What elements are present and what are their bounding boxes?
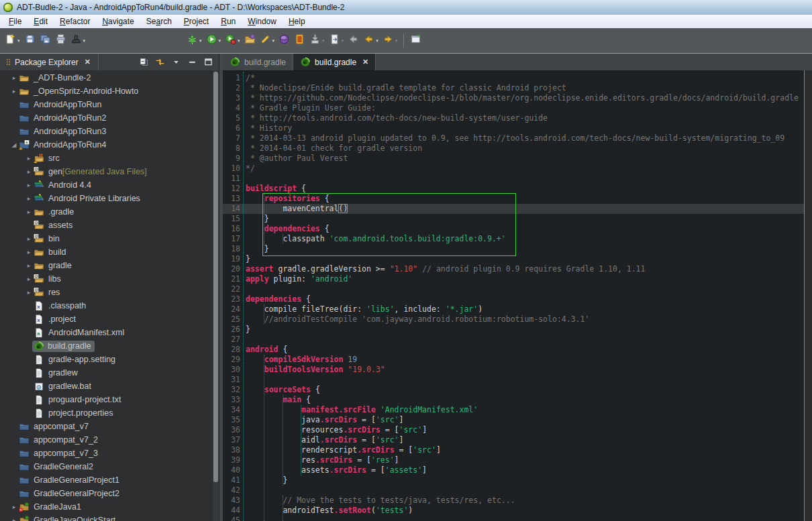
tree-item-androidapptorun2[interactable]: AndroidAppToRun2 <box>0 111 213 125</box>
run-history-dropdown-icon[interactable]: ▾ <box>238 38 240 44</box>
tree-item-proguard-project-txt[interactable]: proguard-project.txt <box>0 393 213 406</box>
tree-item-androidapptorun[interactable]: AndroidAppToRun <box>0 98 213 111</box>
maximize-icon[interactable] <box>203 57 213 67</box>
save-all-button[interactable] <box>38 32 52 50</box>
menu-edit[interactable]: Edit <box>28 15 54 27</box>
collapsed-arrow-icon[interactable]: ▸ <box>24 235 34 242</box>
next-edit-button[interactable]: ▾ <box>327 32 346 50</box>
collapsed-arrow-icon[interactable]: ▸ <box>9 504 19 510</box>
tree-item-gradlejavaquickstart[interactable]: ▸GradleJavaQuickStart <box>0 514 213 521</box>
pencil-button[interactable]: ▾ <box>258 32 276 50</box>
tree-item-androidapptorun3[interactable]: AndroidAppToRun3 <box>0 125 213 138</box>
tree-item-gradlegeneral2[interactable]: GradleGeneral2 <box>0 460 213 473</box>
pencil-dropdown-icon[interactable]: ▾ <box>272 38 275 44</box>
next-edit-dropdown-icon[interactable]: ▾ <box>342 38 344 44</box>
run-history-button[interactable]: ▾ <box>223 32 242 50</box>
back-button[interactable]: ▾ <box>362 32 380 50</box>
tree-item-gradlejava1[interactable]: ▸GradleJava1 <box>0 500 213 514</box>
forward-dropdown-icon[interactable]: ▾ <box>395 38 398 44</box>
debug-dropdown-icon[interactable]: ▾ <box>199 38 202 44</box>
collapsed-arrow-icon[interactable]: ▸ <box>24 182 34 188</box>
tree-item-appcompat-v7[interactable]: appcompat_v7 <box>0 420 213 433</box>
tree-item-gradle[interactable]: ▸gradle <box>0 259 213 272</box>
collapsed-arrow-icon[interactable]: ▸ <box>24 168 34 175</box>
menu-help[interactable]: Help <box>283 15 311 27</box>
menu-navigate[interactable]: Navigate <box>96 15 140 27</box>
tree-item-libs[interactable]: ▸@libs <box>0 272 213 286</box>
collapsed-arrow-icon[interactable]: ▸ <box>24 276 34 282</box>
link-editor-icon[interactable] <box>155 57 165 67</box>
tree-item-androidapptorun4[interactable]: ◢aAndroidAppToRun4 <box>0 138 213 152</box>
collapsed-arrow-icon[interactable]: ▸ <box>24 155 34 162</box>
tree-item-gradlew-bat[interactable]: ⚙gradlew.bat <box>0 380 213 393</box>
expanded-arrow-icon[interactable]: ◢ <box>9 141 19 148</box>
back-dropdown-icon[interactable]: ▾ <box>376 38 378 44</box>
close-icon[interactable]: ✕ <box>85 58 91 66</box>
save-button[interactable] <box>23 32 37 50</box>
tree-item-appcompat-v7-2[interactable]: appcompat_v7_2 <box>0 433 213 447</box>
tree-item-build[interactable]: ▸build <box>0 245 213 259</box>
tree-item-android-4-4[interactable]: ▸Android 4.4 <box>0 178 213 192</box>
device-screen-button[interactable] <box>293 32 307 50</box>
tree-item--adt-bundle-2[interactable]: ▸_ADT-Bundle-2 <box>0 71 213 84</box>
collapsed-arrow-icon[interactable]: ▸ <box>9 517 19 521</box>
collapsed-arrow-icon[interactable]: ▸ <box>24 249 34 255</box>
external-tools-button[interactable]: ▾ <box>69 32 87 50</box>
editor-tab-build-gradle-2[interactable]: build.gradle✕ <box>293 54 376 70</box>
view-menu-icon[interactable] <box>171 57 181 67</box>
menu-window[interactable]: Window <box>242 15 283 27</box>
menu-run[interactable]: Run <box>215 15 242 27</box>
tree-item-build-gradle[interactable]: build.gradle <box>0 339 213 353</box>
forward-button[interactable]: ▾ <box>381 32 399 50</box>
external-tools-dropdown-icon[interactable]: ▾ <box>83 38 86 44</box>
tree-item-gen[interactable]: ▸@gen [Generated Java Files] <box>0 165 213 178</box>
debug-button[interactable]: ▾ <box>185 32 203 50</box>
tree-item-android-private-libraries[interactable]: ▸Android Private Libraries <box>0 192 213 205</box>
package-explorer-tab[interactable]: Package Explorer ✕ <box>0 54 97 70</box>
minimize-icon[interactable] <box>187 57 197 67</box>
back-disabled-button[interactable] <box>346 32 360 50</box>
tree-item-gradlegeneralproject1[interactable]: GradleGeneralProject1 <box>0 473 213 487</box>
tree-item-project-properties[interactable]: project.properties <box>0 406 213 420</box>
tree-item-gradlew[interactable]: gradlew <box>0 366 213 380</box>
tree-scrollbar-thumb[interactable] <box>213 72 218 482</box>
collapsed-arrow-icon[interactable]: ▸ <box>24 209 34 215</box>
tree-item--project[interactable]: x.project <box>0 312 213 326</box>
menu-project[interactable]: Project <box>178 15 215 27</box>
tree-item-res[interactable]: ▸@res <box>0 286 213 299</box>
menu-file[interactable]: File <box>3 15 28 27</box>
collapsed-arrow-icon[interactable]: ▸ <box>24 262 34 269</box>
editor-tab-build-gradle-1[interactable]: build.gradle <box>223 54 293 70</box>
menu-search[interactable]: Search <box>140 15 178 27</box>
collapsed-arrow-icon[interactable]: ▸ <box>9 74 19 81</box>
overview-ruler[interactable] <box>804 70 812 521</box>
tree-item-gradlegeneralproject2[interactable]: GradleGeneralProject2 <box>0 487 213 500</box>
close-icon[interactable]: ✕ <box>362 58 368 66</box>
collapsed-arrow-icon[interactable]: ▸ <box>24 289 34 296</box>
tree-item-src[interactable]: ▸src <box>0 152 213 165</box>
collapse-all-icon[interactable] <box>139 57 149 67</box>
print-button[interactable] <box>54 32 68 50</box>
tree-item-appcompat-v7-3[interactable]: appcompat_v7_3 <box>0 447 213 460</box>
menu-refactor[interactable]: Refactor <box>54 15 96 27</box>
tree-item-assets[interactable]: @assets <box>0 219 213 232</box>
run-dropdown-icon[interactable]: ▾ <box>219 38 221 44</box>
run-button[interactable]: ▾ <box>205 32 223 50</box>
tree-item-androidmanifest-xml[interactable]: aAndroidManifest.xml <box>0 326 213 339</box>
collapsed-arrow-icon[interactable]: ▸ <box>24 195 34 202</box>
tree-item--openspritz-android-howto[interactable]: ▸_OpenSpritz-Android-Howto <box>0 84 213 98</box>
open-folder-button[interactable] <box>243 32 257 50</box>
tree-item--gradle[interactable]: ▸.gradle <box>0 205 213 219</box>
collapsed-arrow-icon[interactable]: ▸ <box>9 88 19 95</box>
code-editor[interactable]: 1234567891011121314151617181920212223242… <box>223 70 805 521</box>
checkout-dropdown-icon[interactable]: ▾ <box>322 38 325 44</box>
checkout-button[interactable]: ▾ <box>308 32 326 50</box>
opengl-sphere-button[interactable] <box>277 32 291 50</box>
tree-item-gradle-app-setting[interactable]: gradle-app.setting <box>0 353 213 366</box>
new-wizard-dropdown-icon[interactable]: ▾ <box>17 38 20 44</box>
new-wizard-button[interactable]: ▾ <box>3 32 21 50</box>
tree-item--classpath[interactable]: x.classpath <box>0 299 213 312</box>
last-edit-location-button[interactable] <box>409 32 423 50</box>
view-drag-handle-icon[interactable] <box>6 58 11 66</box>
tree-item-bin[interactable]: ▸@bin <box>0 232 213 245</box>
